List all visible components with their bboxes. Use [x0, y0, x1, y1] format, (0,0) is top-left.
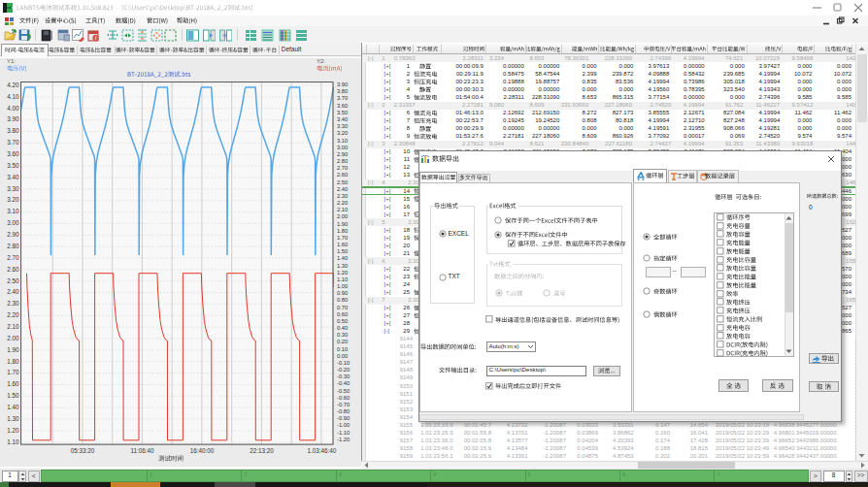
svg-text:i: i	[94, 35, 96, 41]
